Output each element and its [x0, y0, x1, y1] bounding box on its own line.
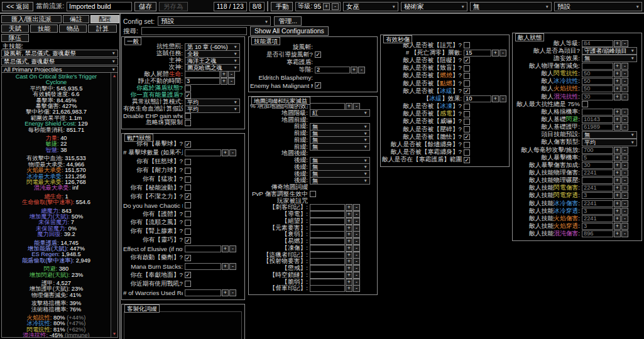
checkbox[interactable] — [185, 85, 191, 92]
number-input[interactable]: 3 — [185, 78, 220, 85]
number-input[interactable] — [310, 218, 345, 225]
increment-button[interactable]: + — [614, 109, 621, 116]
increment-button[interactable]: + — [346, 258, 352, 265]
checkbox[interactable]: ✓ — [185, 237, 191, 244]
checkbox[interactable]: ✓ — [185, 272, 191, 278]
scroll-up-icon[interactable]: ▲ — [111, 73, 117, 79]
decrement-button[interactable]: - — [353, 272, 360, 279]
custom-mods-textarea[interactable] — [124, 311, 242, 339]
decrement-button[interactable]: - — [621, 109, 628, 116]
checkbox[interactable]: ✓ — [315, 82, 321, 89]
number-input[interactable] — [185, 245, 221, 252]
checkbox[interactable]: ✓ — [185, 193, 191, 200]
increment-button[interactable]: + — [222, 289, 229, 296]
increment-button[interactable]: + — [614, 40, 621, 47]
decrement-button[interactable]: - — [621, 200, 628, 207]
increment-button[interactable]: + — [492, 50, 499, 56]
decrement-button[interactable]: - — [353, 265, 360, 272]
number-input[interactable] — [310, 231, 345, 238]
increment-button[interactable]: + — [614, 230, 621, 237]
back-button[interactable]: << 返回 — [2, 2, 33, 11]
increment-button[interactable]: + — [614, 177, 621, 184]
increment-button[interactable]: + — [614, 185, 621, 191]
config-set-dropdown[interactable]: 預設▼ — [158, 16, 271, 26]
checkbox[interactable] — [185, 211, 191, 217]
dropdown[interactable]: 平均▼ — [185, 105, 240, 113]
dropdown[interactable]: 無▼ — [310, 177, 370, 185]
increment-button[interactable]: + — [614, 192, 621, 199]
number-input[interactable]: 50 — [582, 70, 613, 77]
dropdown[interactable]: 守護者/巔峰頭目▼ — [582, 47, 637, 55]
checkbox[interactable]: ✓ — [464, 134, 470, 140]
checkbox[interactable] — [185, 220, 191, 226]
number-input[interactable] — [185, 263, 221, 270]
increment-button[interactable]: + — [614, 162, 621, 169]
decrement-button[interactable]: - — [499, 50, 506, 56]
number-input[interactable]: 2241 — [582, 185, 613, 191]
number-input[interactable]: 2 — [315, 67, 350, 73]
tab-匯入/匯出流派[interactable]: 匯入/匯出流派 — [1, 15, 62, 23]
decrement-button[interactable]: - — [229, 289, 236, 296]
decrement-button[interactable]: - — [621, 223, 628, 230]
checkbox[interactable] — [185, 168, 191, 174]
number-input[interactable]: 700 — [582, 147, 613, 154]
decrement-button[interactable]: - — [621, 208, 628, 215]
decrement-button[interactable]: - — [621, 185, 628, 191]
decrement-button[interactable]: - — [621, 70, 628, 77]
decrement-button[interactable]: - — [353, 285, 360, 292]
decrement-button[interactable]: - — [353, 238, 360, 245]
number-input[interactable] — [310, 258, 345, 265]
number-input[interactable] — [582, 63, 613, 70]
number-input[interactable] — [310, 279, 345, 286]
decrement-button[interactable]: - — [621, 170, 628, 176]
increment-button[interactable]: + — [346, 225, 352, 232]
number-input[interactable] — [185, 289, 221, 296]
number-input[interactable]: 2241 — [582, 215, 613, 222]
checkbox[interactable] — [464, 111, 470, 117]
number-input[interactable]: 50 — [582, 78, 613, 85]
checkbox[interactable] — [582, 101, 588, 107]
checkbox[interactable] — [464, 104, 470, 110]
dropdown[interactable]: 平均▼ — [582, 139, 637, 146]
increment-button[interactable]: + — [614, 116, 621, 123]
checkbox[interactable]: ✓ — [185, 255, 191, 261]
tab-技能[interactable]: 技能 — [30, 24, 58, 33]
increment-button[interactable]: + — [614, 63, 621, 70]
tree-spec-dropdown[interactable]: 預設▼ — [554, 2, 642, 11]
decrement-button[interactable]: - — [353, 204, 360, 211]
checkbox[interactable] — [464, 80, 470, 87]
number-input[interactable] — [310, 238, 345, 245]
checkbox[interactable] — [464, 73, 470, 79]
decrement-button[interactable]: - — [621, 78, 628, 85]
number-input[interactable] — [185, 149, 221, 156]
decrement-button[interactable]: - — [353, 225, 360, 232]
increment-button[interactable]: + — [614, 170, 621, 176]
secondary-ascendancy-dropdown[interactable]: 無▼ — [470, 2, 552, 11]
decrement-button[interactable]: - — [621, 230, 628, 237]
checkbox[interactable]: ✓ — [185, 141, 191, 148]
level-increment-button[interactable]: + — [323, 3, 330, 10]
number-input[interactable]: 3 — [582, 208, 613, 215]
increment-button[interactable]: + — [614, 78, 621, 85]
increment-button[interactable]: + — [346, 285, 352, 292]
decrement-button[interactable]: - — [621, 85, 628, 92]
decrement-button[interactable]: - — [353, 218, 360, 225]
number-input[interactable] — [310, 252, 345, 259]
number-input[interactable] — [310, 265, 345, 272]
increment-button[interactable]: + — [614, 85, 621, 92]
number-input[interactable] — [310, 225, 345, 232]
checkbox[interactable]: ✓ — [185, 92, 191, 99]
checkbox[interactable] — [464, 119, 470, 125]
increment-button[interactable]: + — [614, 70, 621, 77]
increment-button[interactable]: + — [614, 124, 621, 131]
checkbox[interactable] — [185, 120, 191, 126]
tab-天賦[interactable]: 天賦 — [1, 24, 29, 33]
decrement-button[interactable]: - — [621, 154, 628, 161]
ascendancy-dropdown[interactable]: 秘術家▼ — [401, 2, 467, 11]
checkbox[interactable]: ✓ — [464, 88, 470, 94]
increment-button[interactable]: + — [492, 95, 499, 102]
number-input[interactable] — [310, 285, 345, 292]
checkbox[interactable] — [464, 142, 470, 148]
dropdown[interactable]: 無▼ — [310, 143, 370, 151]
decrement-button[interactable]: - — [621, 63, 628, 70]
